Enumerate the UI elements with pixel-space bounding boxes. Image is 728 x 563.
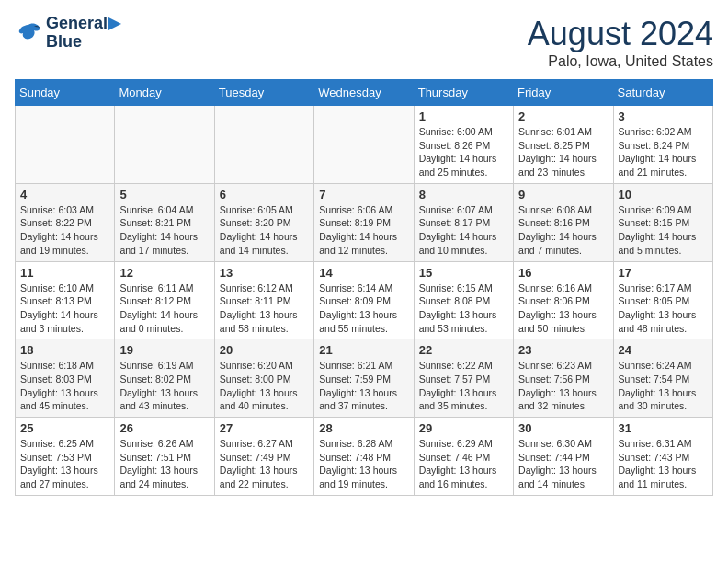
day-number: 31 xyxy=(619,421,708,435)
calendar-cell: 24Sunrise: 6:24 AM Sunset: 7:54 PM Dayli… xyxy=(613,339,712,418)
day-number: 12 xyxy=(119,266,209,280)
calendar-cell: 22Sunrise: 6:22 AM Sunset: 7:57 PM Dayli… xyxy=(414,339,513,418)
day-number: 3 xyxy=(619,109,708,123)
day-info: Sunrise: 6:23 AM Sunset: 7:56 PM Dayligh… xyxy=(518,359,608,413)
day-info: Sunrise: 6:21 AM Sunset: 7:59 PM Dayligh… xyxy=(319,359,408,413)
day-info: Sunrise: 6:02 AM Sunset: 8:24 PM Dayligh… xyxy=(619,125,708,179)
logo-icon xyxy=(15,19,42,47)
day-number: 20 xyxy=(220,343,309,357)
calendar-cell: 31Sunrise: 6:31 AM Sunset: 7:43 PM Dayli… xyxy=(613,418,712,496)
day-number: 7 xyxy=(319,188,408,201)
day-info: Sunrise: 6:04 AM Sunset: 8:21 PM Dayligh… xyxy=(119,203,209,258)
calendar-cell: 2Sunrise: 6:01 AM Sunset: 8:25 PM Daylig… xyxy=(514,106,613,184)
day-info: Sunrise: 6:17 AM Sunset: 8:05 PM Dayligh… xyxy=(619,282,708,336)
day-number: 25 xyxy=(20,421,109,435)
day-info: Sunrise: 6:07 AM Sunset: 8:17 PM Dayligh… xyxy=(419,203,508,258)
day-info: Sunrise: 6:30 AM Sunset: 7:44 PM Dayligh… xyxy=(518,437,608,491)
day-number: 30 xyxy=(518,421,608,435)
calendar-header-friday: Friday xyxy=(514,80,613,106)
day-number: 28 xyxy=(319,421,408,435)
calendar-header-sunday: Sunday xyxy=(16,80,115,106)
calendar-week-row: 18Sunrise: 6:18 AM Sunset: 8:03 PM Dayli… xyxy=(16,339,713,418)
calendar-cell: 8Sunrise: 6:07 AM Sunset: 8:17 PM Daylig… xyxy=(414,183,513,261)
day-info: Sunrise: 6:16 AM Sunset: 8:06 PM Dayligh… xyxy=(518,282,608,336)
calendar-cell xyxy=(16,106,115,184)
day-number: 14 xyxy=(319,266,408,280)
day-info: Sunrise: 6:10 AM Sunset: 8:13 PM Dayligh… xyxy=(20,282,109,336)
title-section: August 2024 Palo, Iowa, United States xyxy=(528,15,713,70)
day-number: 22 xyxy=(419,343,508,357)
day-number: 29 xyxy=(419,421,508,435)
day-number: 6 xyxy=(220,188,309,201)
day-info: Sunrise: 6:09 AM Sunset: 8:15 PM Dayligh… xyxy=(619,203,708,258)
day-number: 1 xyxy=(419,109,508,123)
day-number: 16 xyxy=(518,266,608,280)
day-info: Sunrise: 6:24 AM Sunset: 7:54 PM Dayligh… xyxy=(619,359,708,413)
calendar-week-row: 11Sunrise: 6:10 AM Sunset: 8:13 PM Dayli… xyxy=(16,261,713,339)
calendar-cell: 5Sunrise: 6:04 AM Sunset: 8:21 PM Daylig… xyxy=(115,183,214,261)
day-number: 18 xyxy=(20,343,109,357)
day-number: 24 xyxy=(619,343,708,357)
day-number: 17 xyxy=(619,266,708,280)
day-info: Sunrise: 6:14 AM Sunset: 8:09 PM Dayligh… xyxy=(319,282,408,336)
day-number: 26 xyxy=(119,421,209,435)
calendar-cell: 29Sunrise: 6:29 AM Sunset: 7:46 PM Dayli… xyxy=(414,418,513,496)
day-number: 11 xyxy=(20,266,109,280)
calendar-cell: 23Sunrise: 6:23 AM Sunset: 7:56 PM Dayli… xyxy=(514,339,613,418)
day-number: 8 xyxy=(419,188,508,201)
calendar-cell: 26Sunrise: 6:26 AM Sunset: 7:51 PM Dayli… xyxy=(115,418,214,496)
calendar-cell: 25Sunrise: 6:25 AM Sunset: 7:53 PM Dayli… xyxy=(16,418,115,496)
day-number: 9 xyxy=(518,188,608,201)
calendar-cell: 20Sunrise: 6:20 AM Sunset: 8:00 PM Dayli… xyxy=(214,339,313,418)
day-info: Sunrise: 6:00 AM Sunset: 8:26 PM Dayligh… xyxy=(419,125,508,179)
day-number: 21 xyxy=(319,343,408,357)
calendar-cell: 9Sunrise: 6:08 AM Sunset: 8:16 PM Daylig… xyxy=(514,183,613,261)
calendar-cell: 14Sunrise: 6:14 AM Sunset: 8:09 PM Dayli… xyxy=(314,261,414,339)
calendar-header-tuesday: Tuesday xyxy=(214,80,313,106)
calendar-header-monday: Monday xyxy=(115,80,214,106)
calendar-cell: 4Sunrise: 6:03 AM Sunset: 8:22 PM Daylig… xyxy=(16,183,115,261)
calendar-cell xyxy=(314,106,414,184)
page-header: General▶ Blue August 2024 Palo, Iowa, Un… xyxy=(15,15,713,70)
day-info: Sunrise: 6:06 AM Sunset: 8:19 PM Dayligh… xyxy=(319,203,408,258)
calendar-header-wednesday: Wednesday xyxy=(314,80,414,106)
day-info: Sunrise: 6:08 AM Sunset: 8:16 PM Dayligh… xyxy=(518,203,608,258)
calendar-cell: 7Sunrise: 6:06 AM Sunset: 8:19 PM Daylig… xyxy=(314,183,414,261)
calendar-week-row: 1Sunrise: 6:00 AM Sunset: 8:26 PM Daylig… xyxy=(16,106,713,184)
calendar-cell: 30Sunrise: 6:30 AM Sunset: 7:44 PM Dayli… xyxy=(514,418,613,496)
logo-text: General▶ Blue xyxy=(46,15,120,52)
day-info: Sunrise: 6:19 AM Sunset: 8:02 PM Dayligh… xyxy=(119,359,209,413)
day-number: 10 xyxy=(619,188,708,201)
calendar-table: SundayMondayTuesdayWednesdayThursdayFrid… xyxy=(15,79,713,496)
page-title: August 2024 xyxy=(528,15,713,53)
calendar-cell xyxy=(214,106,313,184)
calendar-cell: 12Sunrise: 6:11 AM Sunset: 8:12 PM Dayli… xyxy=(115,261,214,339)
day-info: Sunrise: 6:29 AM Sunset: 7:46 PM Dayligh… xyxy=(419,437,508,491)
day-number: 19 xyxy=(119,343,209,357)
day-info: Sunrise: 6:11 AM Sunset: 8:12 PM Dayligh… xyxy=(119,282,209,336)
day-info: Sunrise: 6:22 AM Sunset: 7:57 PM Dayligh… xyxy=(419,359,508,413)
calendar-cell: 28Sunrise: 6:28 AM Sunset: 7:48 PM Dayli… xyxy=(314,418,414,496)
calendar-cell xyxy=(115,106,214,184)
day-info: Sunrise: 6:15 AM Sunset: 8:08 PM Dayligh… xyxy=(419,282,508,336)
day-number: 27 xyxy=(220,421,309,435)
calendar-cell: 16Sunrise: 6:16 AM Sunset: 8:06 PM Dayli… xyxy=(514,261,613,339)
day-number: 5 xyxy=(119,188,209,201)
calendar-cell: 15Sunrise: 6:15 AM Sunset: 8:08 PM Dayli… xyxy=(414,261,513,339)
day-info: Sunrise: 6:05 AM Sunset: 8:20 PM Dayligh… xyxy=(220,203,309,258)
page-subtitle: Palo, Iowa, United States xyxy=(528,53,713,70)
calendar-cell: 21Sunrise: 6:21 AM Sunset: 7:59 PM Dayli… xyxy=(314,339,414,418)
day-number: 15 xyxy=(419,266,508,280)
day-number: 4 xyxy=(20,188,109,201)
calendar-week-row: 4Sunrise: 6:03 AM Sunset: 8:22 PM Daylig… xyxy=(16,183,713,261)
calendar-header-thursday: Thursday xyxy=(414,80,513,106)
logo: General▶ Blue xyxy=(15,15,120,52)
calendar-cell: 18Sunrise: 6:18 AM Sunset: 8:03 PM Dayli… xyxy=(16,339,115,418)
calendar-cell: 13Sunrise: 6:12 AM Sunset: 8:11 PM Dayli… xyxy=(214,261,313,339)
day-number: 2 xyxy=(518,109,608,123)
calendar-cell: 6Sunrise: 6:05 AM Sunset: 8:20 PM Daylig… xyxy=(214,183,313,261)
day-info: Sunrise: 6:01 AM Sunset: 8:25 PM Dayligh… xyxy=(518,125,608,179)
calendar-cell: 27Sunrise: 6:27 AM Sunset: 7:49 PM Dayli… xyxy=(214,418,313,496)
calendar-cell: 10Sunrise: 6:09 AM Sunset: 8:15 PM Dayli… xyxy=(613,183,712,261)
calendar-cell: 11Sunrise: 6:10 AM Sunset: 8:13 PM Dayli… xyxy=(16,261,115,339)
